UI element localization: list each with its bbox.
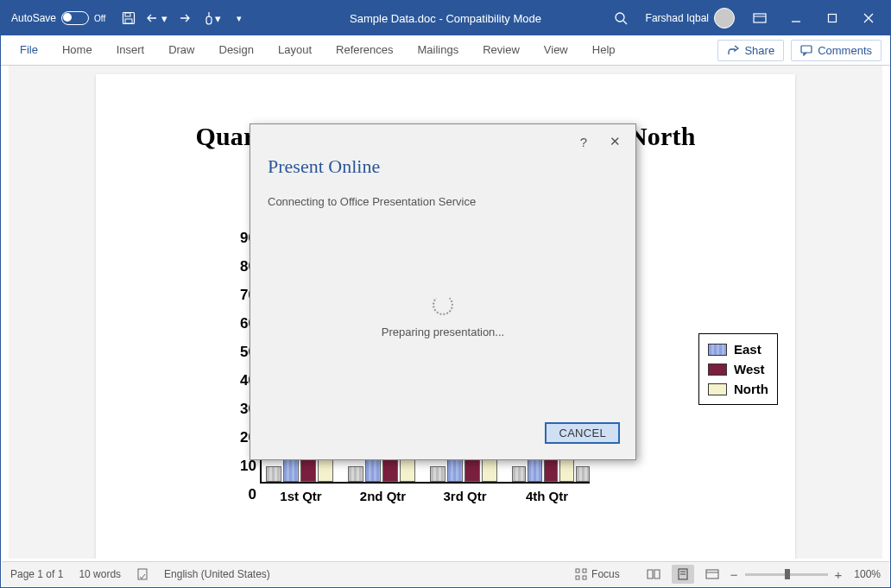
present-online-dialog: ? ✕ Present Online Connecting to Office …	[250, 123, 636, 460]
dialog-close-icon[interactable]: ✕	[599, 129, 630, 155]
status-bar: Page 1 of 1 10 words English (United Sta…	[2, 561, 889, 586]
share-label: Share	[744, 44, 774, 57]
user-name: Farshad Iqbal	[646, 12, 709, 24]
autosave-state: Off	[94, 14, 105, 23]
undo-icon[interactable]: ▾	[145, 7, 167, 29]
focus-label: Focus	[591, 568, 620, 580]
dialog-subtitle: Connecting to Office Presentation Servic…	[250, 178, 635, 208]
print-layout-icon[interactable]	[672, 565, 694, 584]
dialog-footer: CANCEL	[545, 422, 620, 444]
close-icon[interactable]	[852, 6, 885, 30]
svg-rect-1	[125, 13, 130, 16]
titlebar: AutoSave Off ▾ ▾ ▾ Sample Data.doc - Com…	[1, 1, 890, 35]
dialog-status: Preparing presentation...	[250, 326, 635, 338]
status-right: Focus − + 100%	[575, 565, 881, 584]
legend-swatch-north-icon	[708, 383, 727, 395]
dialog-help-icon[interactable]: ?	[568, 129, 599, 155]
ribbon-right: Share Comments	[717, 40, 882, 61]
ribbon-tabs: File Home Insert Draw Design Layout Refe…	[9, 38, 626, 63]
xcat-q4: 4th Qtr	[506, 489, 588, 515]
bar-spacer	[512, 466, 526, 482]
svg-rect-0	[123, 13, 135, 24]
qat-customize-icon[interactable]: ▾	[228, 7, 250, 29]
zoom-track[interactable]	[745, 573, 828, 576]
svg-point-3	[616, 13, 624, 22]
redo-icon[interactable]	[173, 7, 195, 29]
autosave-toggle[interactable]: AutoSave Off	[6, 11, 111, 25]
zoom-out-icon[interactable]: −	[730, 567, 738, 582]
zoom-in-icon[interactable]: +	[835, 567, 843, 582]
zoom-percent[interactable]: 100%	[854, 568, 881, 580]
xcat-q3: 3rd Qtr	[424, 489, 506, 515]
status-proofing-icon[interactable]	[136, 568, 148, 580]
legend-north: North	[708, 379, 768, 399]
compatibility-mode-label: Compatibility Mode	[446, 12, 541, 25]
bar-spacer	[576, 466, 590, 482]
touch-mode-icon[interactable]: ▾	[200, 7, 223, 29]
dialog-titlebar: ? ✕	[250, 124, 635, 159]
bar-spacer	[266, 466, 281, 482]
ribbon-display-options-icon[interactable]	[743, 6, 776, 30]
tab-mailings[interactable]: Mailings	[408, 38, 470, 63]
tab-layout[interactable]: Layout	[268, 38, 322, 63]
legend-label: East	[734, 342, 761, 357]
ytick-0: 0	[249, 486, 256, 503]
cancel-button[interactable]: CANCEL	[545, 422, 620, 444]
spinner-icon	[433, 294, 453, 315]
status-page[interactable]: Page 1 of 1	[10, 568, 63, 580]
maximize-icon[interactable]	[816, 6, 849, 30]
comments-button[interactable]: Comments	[791, 40, 882, 61]
dialog-title: Present Online	[250, 155, 635, 178]
bar-spacer	[348, 466, 363, 482]
tab-insert[interactable]: Insert	[106, 38, 155, 63]
legend-label: West	[734, 362, 765, 376]
chart-legend: East West North	[698, 333, 778, 405]
svg-line-4	[623, 21, 627, 24]
xcat-q1: 1st Qtr	[260, 489, 342, 515]
zoom-slider[interactable]: − + 100%	[730, 567, 881, 582]
web-layout-icon[interactable]	[701, 565, 724, 584]
ytick-10: 10	[240, 458, 256, 475]
svg-rect-11	[801, 46, 812, 53]
titlebar-right: Farshad Iqbal	[604, 6, 885, 30]
dialog-body: Preparing presentation...	[250, 294, 635, 338]
tab-help[interactable]: Help	[582, 38, 626, 63]
quick-access-toolbar: ▾ ▾ ▾	[117, 7, 250, 29]
tab-review[interactable]: Review	[472, 38, 530, 63]
xcat-q2: 2nd Qtr	[342, 489, 424, 515]
ribbon-tabs-row: File Home Insert Draw Design Layout Refe…	[1, 35, 890, 66]
tab-references[interactable]: References	[325, 38, 403, 63]
comments-label: Comments	[818, 44, 872, 57]
search-icon[interactable]	[604, 6, 637, 30]
svg-rect-16	[583, 576, 586, 579]
tab-file[interactable]: File	[9, 38, 48, 63]
svg-rect-5	[754, 14, 766, 22]
read-mode-icon[interactable]	[642, 565, 665, 584]
minimize-icon[interactable]	[780, 6, 812, 30]
tab-design[interactable]: Design	[209, 38, 264, 63]
svg-rect-15	[576, 576, 579, 579]
legend-label: North	[734, 382, 768, 396]
legend-east: East	[708, 339, 768, 359]
document-name: Sample Data.doc	[350, 12, 436, 25]
svg-rect-13	[576, 569, 579, 572]
zoom-thumb[interactable]	[785, 569, 790, 579]
focus-icon	[575, 568, 587, 580]
title-sep: -	[436, 12, 446, 25]
legend-swatch-east-icon	[708, 344, 727, 356]
user-account[interactable]: Farshad Iqbal	[641, 8, 740, 28]
autosave-label: AutoSave	[11, 12, 56, 24]
focus-mode-button[interactable]: Focus	[575, 568, 620, 580]
tab-home[interactable]: Home	[52, 38, 103, 63]
autosave-switch-off-icon[interactable]	[61, 11, 89, 25]
bar-spacer	[430, 466, 446, 482]
share-button[interactable]: Share	[717, 40, 784, 61]
tab-draw[interactable]: Draw	[158, 38, 205, 63]
svg-rect-20	[706, 570, 718, 579]
tab-view[interactable]: View	[534, 38, 578, 63]
status-word-count[interactable]: 10 words	[79, 568, 121, 580]
status-language[interactable]: English (United States)	[164, 568, 270, 580]
save-icon[interactable]	[117, 7, 140, 29]
share-icon	[727, 44, 739, 56]
svg-rect-2	[125, 19, 132, 23]
